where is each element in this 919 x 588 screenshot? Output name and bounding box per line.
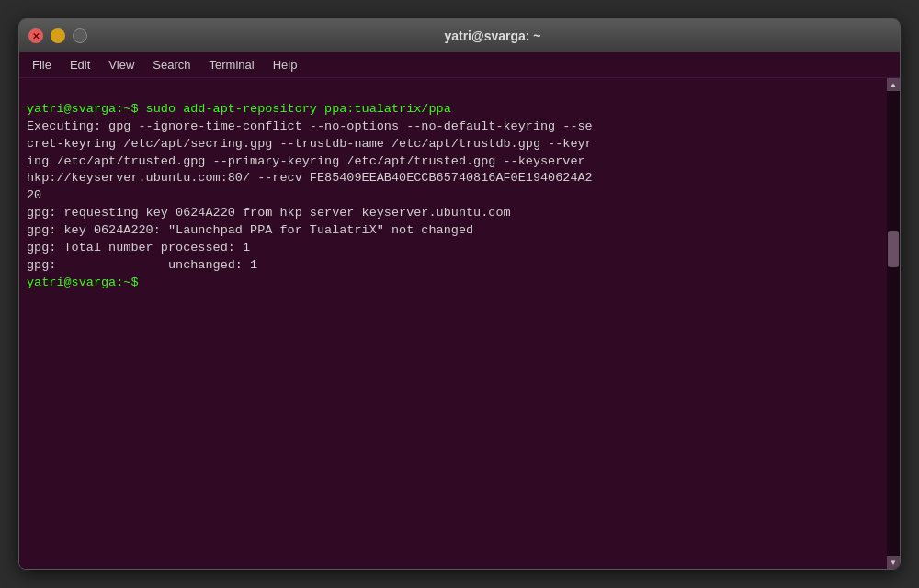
terminal-prompt: yatri@svarga:~$ <box>27 276 146 289</box>
menu-help[interactable]: Help <box>266 56 305 74</box>
menu-file[interactable]: File <box>25 56 59 74</box>
menubar: File Edit View Search Terminal Help <box>19 52 900 78</box>
terminal-output: yatri@svarga:~$ sudo add-apt-repository … <box>27 84 892 292</box>
terminal-window: ✕ yatri@svarga: ~ File Edit View Search … <box>18 18 901 570</box>
scroll-thumb[interactable] <box>888 231 899 267</box>
minimize-button[interactable] <box>51 28 65 43</box>
titlebar: ✕ yatri@svarga: ~ <box>19 19 900 52</box>
menu-view[interactable]: View <box>101 56 142 74</box>
scrollbar[interactable]: ▲ ▼ <box>887 78 900 569</box>
scroll-down-arrow[interactable]: ▼ <box>887 556 900 569</box>
command-line: yatri@svarga:~$ sudo add-apt-repository … <box>27 102 451 116</box>
terminal-body[interactable]: yatri@svarga:~$ sudo add-apt-repository … <box>19 78 900 569</box>
window-title: yatri@svarga: ~ <box>95 28 891 43</box>
close-button[interactable]: ✕ <box>28 28 43 43</box>
menu-search[interactable]: Search <box>145 56 198 74</box>
scroll-up-arrow[interactable]: ▲ <box>887 78 900 91</box>
maximize-button[interactable] <box>73 28 87 43</box>
menu-terminal[interactable]: Terminal <box>202 56 262 74</box>
scroll-track[interactable] <box>887 91 900 556</box>
menu-edit[interactable]: Edit <box>62 56 97 74</box>
